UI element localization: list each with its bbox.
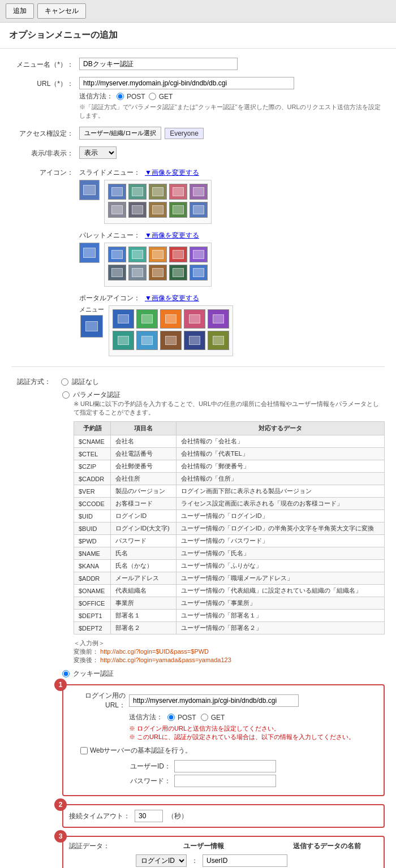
slide-menu-grid: [104, 180, 212, 224]
portal-icon-7[interactable]: [136, 331, 158, 350]
param-table-cell: $CTEL: [74, 448, 111, 460]
slide-icon-4[interactable]: [169, 184, 187, 200]
slide-icon-10[interactable]: [190, 202, 208, 218]
portal-icon-9[interactable]: [184, 331, 205, 350]
palette-icon-4[interactable]: [169, 247, 187, 262]
param-table-cell: 会社電話番号: [111, 448, 177, 460]
param-table-row: $ONAME代表組織名ユーザー情報の「代表組織」に設定されている組織の「組織名」: [74, 585, 385, 597]
login-url-input[interactable]: [129, 694, 299, 707]
palette-icon-3[interactable]: [149, 247, 167, 262]
param-auth-label[interactable]: パラメータ認証: [62, 390, 385, 400]
no-auth-radio[interactable]: [61, 378, 68, 386]
display-select[interactable]: 表示 非表示: [79, 146, 117, 159]
timeout-unit: （秒）: [167, 811, 188, 821]
example-label: ＜入力例＞: [74, 639, 385, 647]
after-label: 変換後：: [74, 657, 98, 663]
cookie-post-radio[interactable]: [167, 714, 175, 721]
slide-menu-label-row: スライドメニュー： ▼画像を変更する: [79, 168, 385, 178]
menu-name-input[interactable]: [79, 58, 238, 70]
no-auth-label[interactable]: 認証なし: [61, 377, 99, 387]
slide-icon-3[interactable]: [149, 184, 167, 200]
access-select-button[interactable]: ユーザー/組織/ロール選択: [79, 127, 161, 140]
param-table-cell: ユーザー情報の「代表組織」に設定されている組織の「組織名」: [176, 585, 384, 597]
palette-icon-2[interactable]: [128, 247, 147, 262]
param-table-cell: メールアドレス: [111, 572, 177, 585]
palette-menu-section: パレットメニュー： ▼画像を変更する: [79, 231, 385, 287]
portal-icon-8[interactable]: [160, 331, 182, 350]
get-radio-label[interactable]: GET: [149, 93, 173, 101]
palette-icon-5[interactable]: [190, 247, 208, 262]
cancel-button-top[interactable]: キャンセル: [37, 3, 86, 19]
access-content: ユーザー/組織/ロール選択 Everyone: [79, 127, 385, 140]
param-table-cell: ユーザー情報の「ログインID」の半角英小文字を半角英大文字に変換: [176, 522, 384, 535]
portal-icon-6[interactable]: [113, 331, 134, 350]
access-controls: ユーザー/組織/ロール選択 Everyone: [79, 127, 385, 140]
param-auth-text: パラメータ認証: [73, 390, 120, 400]
portal-icon-link[interactable]: ▼画像を変更する: [145, 293, 199, 303]
portal-icon-1[interactable]: [113, 309, 134, 329]
slide-menu-link[interactable]: ▼画像を変更する: [145, 168, 199, 178]
post-radio[interactable]: [117, 93, 124, 100]
menu-name-label: メニュー名（*）：: [11, 58, 79, 70]
icon-content: スライドメニュー： ▼画像を変更する: [79, 166, 385, 359]
param-table-cell: $OFFICE: [74, 597, 111, 610]
portal-icon-5[interactable]: [208, 309, 229, 329]
cookie-get-label[interactable]: GET: [201, 714, 225, 722]
cookie-note-1: ※ ログイン用のURLと送信方法を設定してください。: [129, 724, 378, 733]
get-radio[interactable]: [149, 93, 156, 100]
palette-icon-9[interactable]: [169, 265, 187, 280]
slide-icon-5[interactable]: [190, 184, 208, 200]
cookie-auth-radio[interactable]: [62, 670, 70, 677]
slide-icon-8[interactable]: [149, 202, 167, 218]
main-container: オプションメニューの追加 メニュー名（*）： URL（*）： 送信方法： POS…: [0, 23, 396, 868]
param-table-cell: $NAME: [74, 547, 111, 560]
basic-auth-checkbox[interactable]: [80, 747, 88, 754]
timeout-input[interactable]: [135, 810, 163, 822]
palette-menu-selected-icon: [79, 243, 100, 263]
send-name-col-label: 送信するデータの名前: [276, 841, 378, 851]
login-id-name-input[interactable]: [203, 854, 287, 867]
param-table-cell: ユーザー情報の「部署名２」: [176, 622, 384, 634]
palette-icon-8[interactable]: [149, 265, 167, 280]
palette-icon-1[interactable]: [108, 247, 126, 262]
param-auth-radio[interactable]: [62, 391, 70, 399]
password-input-1[interactable]: [174, 775, 276, 787]
slide-icon-6[interactable]: [108, 202, 126, 218]
palette-icon-7[interactable]: [128, 265, 147, 280]
palette-menu-link[interactable]: ▼画像を変更する: [145, 231, 199, 240]
portal-icon-4[interactable]: [184, 309, 205, 329]
param-table-row: $DEPT2部署名２ユーザー情報の「部署名２」: [74, 622, 385, 634]
slide-icon-9[interactable]: [169, 202, 187, 218]
palette-icon-6[interactable]: [108, 265, 126, 280]
param-table-cell: 会社情報の「住所」: [176, 473, 384, 485]
form-body: メニュー名（*）： URL（*）： 送信方法： POST GET: [0, 49, 396, 868]
cookie-get-radio[interactable]: [201, 714, 208, 721]
login-url-row: ログイン用のURL：: [69, 691, 378, 710]
url-input[interactable]: [79, 77, 294, 89]
palette-icon-10[interactable]: [190, 265, 208, 280]
password-row-1: パスワード：: [69, 775, 378, 787]
param-table-row: $UIDログインIDユーザー情報の「ログインID」: [74, 510, 385, 522]
login-id-select[interactable]: ログインID: [136, 854, 187, 867]
slide-icon-2[interactable]: [128, 184, 147, 200]
param-table-cell: $ONAME: [74, 585, 111, 597]
cookie-section-1: ログイン用のURL： 送信方法： POST GET: [62, 684, 385, 796]
add-button-top[interactable]: 追加: [6, 3, 34, 19]
portal-icon-3[interactable]: [160, 309, 182, 329]
url-note: ※「認証方式」で"パラメータ認証"または"クッキー認証"を選択した際の、URLの…: [79, 103, 385, 120]
param-table-row: $BUIDログインID(大文字)ユーザー情報の「ログインID」の半角英小文字を半…: [74, 522, 385, 535]
cookie-auth-label[interactable]: クッキー認証: [62, 669, 385, 679]
param-table-row: $CZIP会社郵便番号会社情報の「郵便番号」: [74, 460, 385, 473]
post-radio-label[interactable]: POST: [117, 93, 145, 101]
cookie-post-label[interactable]: POST: [167, 714, 196, 722]
basic-auth-label[interactable]: Webサーバーの基本認証を行う。: [80, 746, 192, 755]
portal-icon-10[interactable]: [208, 331, 229, 350]
portal-icon-2[interactable]: [136, 309, 158, 329]
cookie-auth-container: クッキー認証 1 ログイン用のURL： 送信方法：: [62, 669, 385, 868]
example-box: ＜入力例＞ 変換前： http://abc.cgi?login=$UID&pas…: [74, 639, 385, 664]
userid-input[interactable]: [174, 760, 276, 772]
slide-icon-7[interactable]: [128, 202, 147, 218]
slide-icon-row-1: [108, 184, 208, 200]
slide-icon-1[interactable]: [108, 184, 126, 200]
menu-name-row: メニュー名（*）：: [11, 54, 385, 74]
